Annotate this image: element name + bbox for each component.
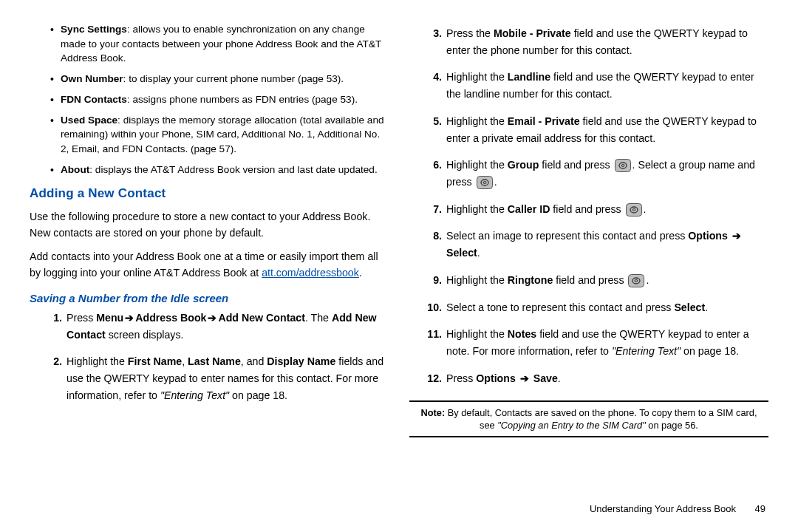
ok-button-icon [628,274,644,287]
step-1: 1. Press Menu➔Address Book➔Add New Conta… [44,310,389,343]
step-11: 11. Highlight the Notes field and use th… [424,326,768,359]
manual-page: Sync Settings: allows you to enable sync… [0,0,798,532]
step-10: 10. Select a tone to represent this cont… [424,299,768,316]
arrow-icon: ➔ [206,312,218,324]
intro-paragraph-2: Add contacts into your Address Book one … [30,248,389,281]
step-9: 9. Highlight the Ringtone field and pres… [424,272,768,289]
arrow-icon: ➔ [123,312,135,324]
bullet-fdn-contacts: FDN Contacts: assigns phone numbers as F… [61,92,389,107]
addressbook-link[interactable]: att.com/addressbook [262,267,359,279]
step-3: 3. Press the Mobile - Private field and … [424,25,768,58]
ok-button-icon [477,176,493,189]
step-5: 5. Highlight the Email - Private field a… [424,113,768,146]
arrow-icon: ➔ [728,230,743,242]
ok-button-icon [626,203,642,216]
right-column: 3. Press the Mobile - Private field and … [399,22,768,517]
svg-rect-9 [629,274,644,287]
page-number: 49 [755,503,765,514]
chapter-title: Understanding Your Address Book [590,503,736,514]
svg-rect-3 [477,177,492,189]
step-7: 7. Highlight the Caller ID field and pre… [424,201,768,218]
step-8: 8. Select an image to represent this con… [424,228,768,261]
ok-button-icon [615,159,631,172]
svg-rect-6 [626,203,641,216]
step-2: 2. Highlight the First Name, Last Name, … [44,353,389,403]
steps-left: 1. Press Menu➔Address Book➔Add New Conta… [30,310,389,404]
step-4: 4. Highlight the Landline field and use … [424,69,768,102]
heading-saving-number: Saving a Number from the Idle screen [30,290,389,307]
svg-rect-0 [615,160,630,172]
step-6: 6. Highlight the Group field and press .… [424,157,768,190]
note-box: Note: By default, Contacts are saved on … [409,400,768,438]
bullet-used-space: Used Space: displays the memory storage … [61,113,389,157]
heading-adding-contact: Adding a New Contact [30,184,389,203]
bullet-own-number: Own Number: to display your current phon… [61,72,389,86]
step-12: 12. Press Options ➔ Save. [424,370,768,387]
settings-bullet-list: Sync Settings: allows you to enable sync… [30,22,389,177]
arrow-icon: ➔ [516,372,533,384]
bullet-about: About: displays the AT&T Address Book ve… [61,163,389,177]
bullet-sync-settings: Sync Settings: allows you to enable sync… [61,22,389,66]
steps-right: 3. Press the Mobile - Private field and … [409,25,768,387]
intro-paragraph-1: Use the following procedure to store a n… [30,208,389,241]
left-column: Sync Settings: allows you to enable sync… [30,22,399,517]
page-footer: Understanding Your Address Book 49 [590,503,765,514]
